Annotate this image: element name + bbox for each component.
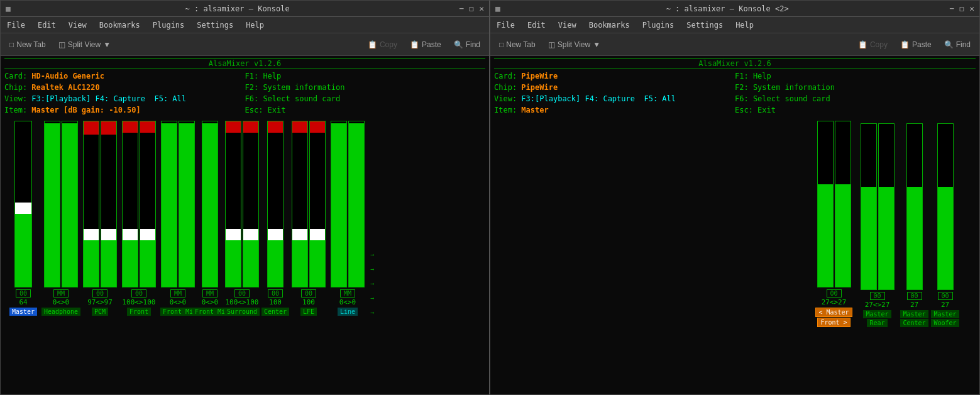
mute-front[interactable]: 00 — [131, 289, 146, 298]
vol-master: 64 — [19, 298, 27, 306]
title-bar-right: ■ ~ : alsamixer — Konsole <2> − ◻ ✕ — [490, 1, 979, 17]
mute-center[interactable]: 00 — [268, 289, 283, 298]
maximize-btn-right[interactable]: ◻ — [959, 4, 964, 13]
label-pcm: PCM — [92, 308, 108, 316]
label-front-mi-2: Front Mi — [192, 308, 228, 316]
paste-icon-right: 📋 — [900, 40, 910, 49]
find-btn-left[interactable]: 🔍 Find — [450, 39, 484, 50]
vol-surround: 100<>100 — [226, 298, 259, 306]
faders-row-left: 00 64 Master MM 0<>0 — [4, 121, 485, 316]
label-master-center-2: Center — [900, 319, 928, 327]
menu-edit-right[interactable]: Edit — [525, 19, 548, 31]
menu-file-left[interactable]: File — [4, 19, 28, 31]
split-view-icon-left: ◫ — [58, 40, 65, 49]
label-master-front-1: < Master — [815, 308, 852, 317]
label-master-rear-2: Rear — [867, 319, 887, 327]
mute-master[interactable]: 00 — [16, 289, 31, 298]
terminal-left: ■ ~ : alsamixer — Konsole − ◻ ✕ File Edi… — [0, 0, 490, 395]
new-tab-btn-right[interactable]: □ New Tab — [495, 39, 539, 50]
esc-left: Esc: Exit — [245, 104, 486, 116]
fader-master-woofer: 00 27 Master Woofer — [931, 123, 959, 327]
vol-center: 100 — [269, 298, 282, 306]
menu-settings-right[interactable]: Settings — [684, 19, 725, 31]
view-value-right: F3:[Playback] F4: Capture F5: All — [521, 94, 676, 103]
mute-front-mi-1[interactable]: MM — [170, 289, 185, 298]
minimize-btn-right[interactable]: − — [950, 4, 955, 13]
menu-settings-left[interactable]: Settings — [194, 19, 236, 31]
card-label-left: Card: — [4, 72, 31, 81]
toolbar-left: □ New Tab ◫ Split View ▼ 📋 Copy 📋 Paste … — [1, 33, 489, 56]
search-icon-right: 🔍 — [944, 40, 954, 49]
f6-left: F6: Select sound card — [245, 93, 486, 104]
esc-right: Esc: Exit — [735, 104, 976, 116]
f1-right: F1: Help — [735, 70, 976, 82]
menu-file-right[interactable]: File — [494, 19, 517, 31]
scroll-arrows-left: → → → → → — [368, 238, 374, 316]
paste-btn-right[interactable]: 📋 Paste — [896, 39, 935, 50]
mute-master-front[interactable]: 00 — [827, 289, 842, 298]
chevron-down-icon-left: ▼ — [103, 40, 111, 49]
f2-left: F2: System information — [245, 82, 486, 93]
menu-plugins-left[interactable]: Plugins — [150, 19, 187, 31]
mute-line[interactable]: MM — [340, 289, 355, 298]
fader-pcm: 00 97<>97 PCM — [81, 121, 119, 316]
f6-right: F6: Select sound card — [735, 93, 976, 104]
fader-track-master[interactable] — [14, 121, 32, 287]
vol-lfe: 100 — [302, 298, 315, 306]
menu-bookmarks-left[interactable]: Bookmarks — [97, 19, 143, 31]
window-title-left: ~ : alsamixer — Konsole — [16, 4, 460, 13]
menu-help-left[interactable]: Help — [243, 19, 267, 31]
terminal-body-right: AlsaMixer v1.2.6 Card: PipeWire F1: Help… — [490, 56, 979, 394]
maximize-btn-left[interactable]: ◻ — [469, 4, 474, 13]
menu-view-left[interactable]: View — [66, 19, 89, 31]
f2-right: F2: System information — [735, 82, 976, 93]
fader-headphone: MM 0<>0 Headphone — [42, 121, 80, 316]
search-icon-left: 🔍 — [454, 40, 463, 49]
mute-surround[interactable]: 00 — [234, 289, 250, 298]
close-btn-left[interactable]: ✕ — [479, 4, 484, 13]
mute-front-mi-2[interactable]: MM — [202, 289, 217, 298]
new-tab-icon-right: □ — [499, 40, 504, 49]
fader-master-center: 00 27 Master Center — [900, 123, 928, 327]
mute-pcm[interactable]: 00 — [92, 289, 107, 298]
title-bar-left: ■ ~ : alsamixer — Konsole − ◻ ✕ — [1, 1, 489, 17]
menu-bookmarks-right[interactable]: Bookmarks — [586, 19, 632, 31]
minimize-btn-left[interactable]: − — [460, 4, 465, 13]
split-view-icon-right: ◫ — [548, 40, 555, 49]
find-btn-right[interactable]: 🔍 Find — [940, 39, 974, 50]
copy-icon-left: 📋 — [368, 40, 377, 49]
label-master-woofer-1: Master — [931, 310, 959, 318]
vol-front-mi-1: 0<>0 — [170, 298, 187, 306]
fader-master: 00 64 Master — [6, 121, 41, 316]
vol-line: 0<>0 — [339, 298, 356, 306]
terminal-icon-right: ■ — [495, 4, 500, 13]
fader-line: MM 0<>0 Line — [329, 121, 366, 316]
menu-view-right[interactable]: View — [556, 19, 579, 31]
info-grid-right: Card: PipeWire F1: Help Chip: PipeWire F… — [494, 70, 976, 116]
mute-lfe[interactable]: 00 — [301, 289, 316, 298]
split-view-btn-left[interactable]: ◫ Split View ▼ — [55, 39, 114, 50]
copy-btn-right[interactable]: 📋 Copy — [854, 39, 891, 50]
new-tab-icon-left: □ — [9, 40, 14, 49]
mute-headphone[interactable]: MM — [53, 289, 69, 298]
card-value-left: HD-Audio Generic — [31, 72, 104, 81]
mute-master-center[interactable]: 00 — [907, 292, 922, 300]
fader-front: 00 100<>100 Front — [120, 121, 158, 316]
vol-master-front: 27<>27 — [822, 298, 847, 306]
copy-btn-left[interactable]: 📋 Copy — [364, 39, 401, 50]
view-value-left: F3:[Playback] F4: Capture F5: All — [31, 94, 186, 103]
new-tab-btn-left[interactable]: □ New Tab — [6, 39, 50, 50]
split-view-btn-right[interactable]: ◫ Split View ▼ — [544, 39, 604, 50]
mute-master-rear[interactable]: 00 — [870, 292, 885, 300]
label-master-rear-1: Master — [863, 310, 891, 318]
fader-lfe: 00 100 LFE — [290, 121, 328, 316]
menu-edit-left[interactable]: Edit — [35, 19, 58, 31]
paste-icon-left: 📋 — [410, 40, 419, 49]
mute-master-woofer[interactable]: 00 — [938, 292, 953, 300]
chevron-down-icon-right: ▼ — [593, 40, 600, 49]
close-btn-right[interactable]: ✕ — [969, 4, 974, 13]
menu-plugins-right[interactable]: Plugins — [640, 19, 677, 31]
paste-btn-left[interactable]: 📋 Paste — [406, 39, 445, 50]
window-title-right: ~ : alsamixer — Konsole <2> — [505, 4, 950, 13]
menu-help-right[interactable]: Help — [733, 19, 756, 31]
